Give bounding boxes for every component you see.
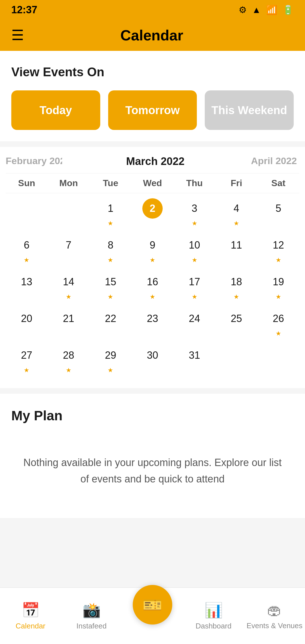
page-title: Calendar bbox=[32, 27, 271, 44]
cal-day-22[interactable]: 22★ bbox=[90, 303, 132, 340]
cal-day-number: 22 bbox=[100, 308, 121, 329]
cal-day-5[interactable]: 5★ bbox=[257, 193, 299, 230]
cal-day-13[interactable]: 13★ bbox=[6, 267, 48, 303]
cal-day-empty: ★ bbox=[48, 193, 90, 230]
star-indicator: ★ bbox=[192, 220, 197, 227]
cal-day-number: 8 bbox=[100, 235, 121, 255]
cal-day-28[interactable]: 28★ bbox=[48, 340, 90, 377]
apr-month-header: April 2022 bbox=[251, 155, 297, 166]
star-indicator: ★ bbox=[276, 256, 281, 264]
cal-day-number: 24 bbox=[184, 308, 205, 329]
cal-day-8[interactable]: 8★ bbox=[90, 230, 132, 267]
status-bar: 12:37 ⚙ ▲ 📶 🔋 bbox=[0, 0, 305, 20]
bottom-nav: 📅 Calendar 📸 Instafeed 🎫 📊 Dashboard 🏟 E… bbox=[0, 588, 305, 644]
day-headers: Sun Mon Tue Wed Thu Fri Sat bbox=[6, 173, 299, 193]
star-indicator: ★ bbox=[108, 367, 113, 374]
battery-icon: 🔋 bbox=[282, 5, 294, 15]
cal-day-number: 31 bbox=[184, 345, 205, 365]
day-header-tue: Tue bbox=[90, 173, 132, 193]
nav-item-events-venues[interactable]: 🏟 Events & Venues bbox=[244, 602, 305, 630]
signal-icon: 📶 bbox=[266, 5, 277, 15]
cal-day-number: 25 bbox=[226, 308, 247, 329]
scan-nav-icon: 🎫 bbox=[143, 595, 162, 614]
cal-day-14[interactable]: 14★ bbox=[48, 267, 90, 303]
day-header-fri: Fri bbox=[215, 173, 258, 193]
star-indicator: ★ bbox=[108, 220, 113, 227]
cal-day-number: 23 bbox=[142, 308, 163, 329]
cal-day-23[interactable]: 23★ bbox=[132, 303, 174, 340]
star-indicator: ★ bbox=[108, 256, 113, 264]
cal-day-number: 4 bbox=[226, 198, 247, 219]
calendar-nav-icon: 📅 bbox=[21, 602, 40, 619]
cal-day-9[interactable]: 9★ bbox=[132, 230, 174, 267]
status-time: 12:37 bbox=[11, 4, 37, 16]
cal-day-number bbox=[226, 345, 247, 365]
nav-item-calendar[interactable]: 📅 Calendar bbox=[0, 602, 61, 630]
cal-day-11[interactable]: 11★ bbox=[215, 230, 258, 267]
star-indicator: ★ bbox=[192, 256, 197, 264]
cal-day-18[interactable]: 18★ bbox=[215, 267, 258, 303]
cal-day-6[interactable]: 6★ bbox=[6, 230, 48, 267]
cal-day-number: 28 bbox=[58, 345, 79, 365]
cal-day-25[interactable]: 25★ bbox=[215, 303, 258, 340]
cal-day-number: 2 bbox=[142, 198, 163, 219]
cal-day-number: 5 bbox=[268, 198, 289, 219]
events-venues-nav-label: Events & Venues bbox=[247, 621, 302, 630]
cal-day-7[interactable]: 7★ bbox=[48, 230, 90, 267]
star-indicator: ★ bbox=[66, 367, 71, 374]
cal-day-3[interactable]: 3★ bbox=[173, 193, 215, 230]
cal-day-number: 17 bbox=[184, 272, 205, 292]
filter-today-button[interactable]: Today bbox=[11, 90, 100, 130]
star-indicator: ★ bbox=[24, 256, 29, 264]
day-header-mon: Mon bbox=[48, 173, 90, 193]
empty-plan-message: Nothing available in your upcoming plans… bbox=[11, 438, 294, 504]
feb-month-header: February 2022 bbox=[6, 155, 62, 166]
cal-day-number: 29 bbox=[100, 345, 121, 365]
cal-day-2[interactable]: 2★ bbox=[132, 193, 174, 230]
instafeed-nav-label: Instafeed bbox=[77, 622, 107, 630]
cal-day-16[interactable]: 16★ bbox=[132, 267, 174, 303]
nav-item-dashboard[interactable]: 📊 Dashboard bbox=[183, 602, 244, 630]
filter-weekend-button[interactable]: This Weekend bbox=[205, 90, 294, 130]
cal-day-29[interactable]: 29★ bbox=[90, 340, 132, 377]
calendar-nav-label: Calendar bbox=[16, 622, 45, 630]
cal-day-number bbox=[16, 198, 37, 219]
cal-day-30[interactable]: 30★ bbox=[132, 340, 174, 377]
cal-day-10[interactable]: 10★ bbox=[173, 230, 215, 267]
cal-day-1[interactable]: 1★ bbox=[90, 193, 132, 230]
calendar-body: ★★1★2★3★4★5★6★7★8★9★10★11★12★13★14★15★16… bbox=[6, 193, 299, 377]
cal-day-number: 1 bbox=[100, 198, 121, 219]
cal-day-number: 21 bbox=[58, 308, 79, 329]
cal-day-26[interactable]: 26★ bbox=[257, 303, 299, 340]
filter-tomorrow-button[interactable]: Tomorrow bbox=[108, 90, 197, 130]
events-venues-nav-icon: 🏟 bbox=[267, 602, 282, 619]
star-indicator: ★ bbox=[276, 330, 281, 337]
cal-day-20[interactable]: 20★ bbox=[6, 303, 48, 340]
cal-day-27[interactable]: 27★ bbox=[6, 340, 48, 377]
cal-day-31[interactable]: 31★ bbox=[173, 340, 215, 377]
cal-day-number: 13 bbox=[16, 272, 37, 292]
my-plan-section: My Plan Nothing available in your upcomi… bbox=[0, 394, 305, 518]
star-indicator: ★ bbox=[150, 256, 155, 264]
star-indicator: ★ bbox=[234, 220, 239, 227]
cal-day-17[interactable]: 17★ bbox=[173, 267, 215, 303]
cal-day-number bbox=[58, 198, 79, 219]
day-header-sun: Sun bbox=[6, 173, 48, 193]
cal-day-number: 12 bbox=[268, 235, 289, 255]
cal-day-number: 11 bbox=[226, 235, 247, 255]
nav-scan-button[interactable]: 🎫 bbox=[133, 585, 172, 625]
cal-day-21[interactable]: 21★ bbox=[48, 303, 90, 340]
cal-day-15[interactable]: 15★ bbox=[90, 267, 132, 303]
menu-icon[interactable]: ☰ bbox=[11, 27, 24, 43]
cal-day-number: 20 bbox=[16, 308, 37, 329]
cal-day-19[interactable]: 19★ bbox=[257, 267, 299, 303]
cal-day-number: 16 bbox=[142, 272, 163, 292]
nav-item-instafeed[interactable]: 📸 Instafeed bbox=[61, 602, 122, 630]
star-indicator: ★ bbox=[108, 293, 113, 301]
cal-day-4[interactable]: 4★ bbox=[215, 193, 258, 230]
cal-day-number: 10 bbox=[184, 235, 205, 255]
cal-day-12[interactable]: 12★ bbox=[257, 230, 299, 267]
cal-day-24[interactable]: 24★ bbox=[173, 303, 215, 340]
star-indicator: ★ bbox=[234, 293, 239, 301]
view-events-title: View Events On bbox=[11, 65, 294, 79]
